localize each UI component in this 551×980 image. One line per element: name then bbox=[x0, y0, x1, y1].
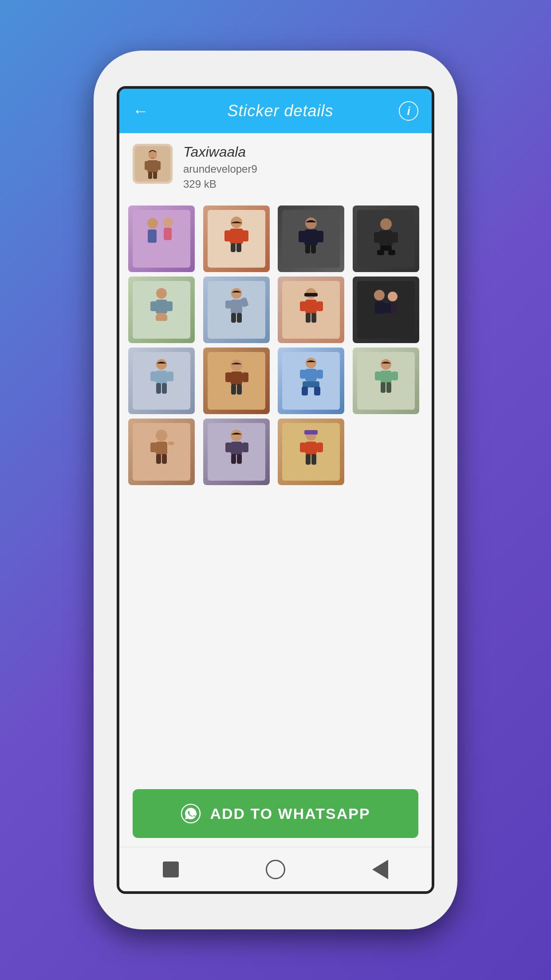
svg-point-58 bbox=[374, 290, 385, 300]
sticker-6 bbox=[203, 277, 270, 343]
svg-rect-3 bbox=[145, 161, 150, 170]
svg-rect-7 bbox=[133, 210, 190, 268]
svg-rect-87 bbox=[380, 371, 392, 383]
sticker-12 bbox=[353, 348, 419, 414]
svg-rect-67 bbox=[167, 371, 173, 381]
svg-rect-41 bbox=[163, 315, 167, 321]
sticker-5 bbox=[128, 277, 195, 343]
svg-rect-28 bbox=[379, 230, 393, 246]
back-button[interactable]: ← bbox=[133, 102, 149, 120]
add-to-whatsapp-button[interactable]: ADD TO WHATSAPP bbox=[133, 789, 418, 838]
svg-point-93 bbox=[156, 430, 167, 441]
bottom-area: ADD TO WHATSAPP bbox=[119, 780, 432, 847]
svg-rect-103 bbox=[242, 443, 248, 452]
svg-rect-40 bbox=[156, 315, 160, 321]
svg-rect-89 bbox=[392, 371, 398, 380]
svg-rect-37 bbox=[150, 301, 157, 311]
svg-rect-25 bbox=[311, 245, 316, 253]
phone-screen: ← Sticker details i bbox=[117, 86, 434, 894]
add-button-label: ADD TO WHATSAPP bbox=[210, 805, 370, 822]
svg-rect-98 bbox=[162, 454, 167, 464]
svg-rect-33 bbox=[388, 250, 395, 255]
svg-point-78 bbox=[306, 358, 316, 368]
svg-rect-32 bbox=[377, 250, 384, 255]
svg-rect-60 bbox=[375, 301, 385, 314]
sticker-header: Taxiwaala arundeveloper9 329 kB bbox=[119, 133, 432, 201]
svg-rect-110 bbox=[300, 443, 306, 452]
svg-rect-30 bbox=[392, 232, 398, 243]
svg-rect-17 bbox=[231, 243, 236, 252]
svg-rect-73 bbox=[225, 372, 232, 382]
svg-point-86 bbox=[381, 359, 391, 370]
svg-rect-47 bbox=[231, 313, 236, 323]
svg-rect-52 bbox=[305, 300, 317, 314]
svg-rect-9 bbox=[148, 229, 157, 243]
pack-author: arundeveloper9 bbox=[183, 163, 257, 175]
nav-square-button[interactable] bbox=[163, 861, 179, 877]
sticker-10 bbox=[203, 348, 270, 414]
svg-rect-14 bbox=[230, 229, 243, 244]
svg-rect-94 bbox=[156, 442, 167, 455]
svg-rect-109 bbox=[305, 442, 317, 455]
svg-rect-22 bbox=[299, 231, 305, 242]
svg-rect-4 bbox=[155, 161, 161, 170]
pack-thumbnail bbox=[133, 144, 173, 184]
sticker-11 bbox=[278, 348, 344, 414]
svg-rect-45 bbox=[225, 300, 232, 308]
svg-rect-84 bbox=[314, 387, 320, 395]
svg-rect-101 bbox=[231, 442, 242, 455]
svg-rect-72 bbox=[231, 371, 242, 385]
svg-rect-90 bbox=[381, 382, 386, 393]
svg-rect-36 bbox=[156, 300, 167, 314]
sticker-4 bbox=[353, 205, 419, 272]
svg-rect-83 bbox=[302, 387, 308, 395]
svg-rect-97 bbox=[156, 454, 161, 464]
svg-rect-105 bbox=[237, 454, 242, 464]
svg-rect-112 bbox=[306, 454, 311, 465]
sticker-15 bbox=[278, 419, 344, 485]
thumbnail-image bbox=[135, 146, 170, 182]
svg-rect-74 bbox=[242, 372, 248, 382]
svg-point-27 bbox=[380, 218, 392, 230]
nav-home-button[interactable] bbox=[266, 860, 285, 879]
svg-rect-48 bbox=[237, 313, 242, 323]
svg-point-35 bbox=[156, 288, 167, 299]
svg-rect-102 bbox=[225, 443, 232, 452]
svg-point-64 bbox=[156, 359, 167, 370]
nav-back-button[interactable] bbox=[372, 860, 388, 879]
svg-rect-29 bbox=[374, 232, 380, 243]
phone-frame: ← Sticker details i bbox=[94, 51, 457, 929]
svg-rect-44 bbox=[231, 300, 242, 314]
svg-rect-69 bbox=[162, 383, 167, 394]
navigation-bar bbox=[119, 847, 432, 891]
svg-rect-62 bbox=[384, 303, 391, 313]
svg-rect-113 bbox=[311, 454, 316, 465]
svg-rect-75 bbox=[231, 384, 236, 395]
svg-rect-68 bbox=[156, 383, 161, 394]
content-area: Taxiwaala arundeveloper9 329 kB bbox=[119, 133, 432, 891]
svg-rect-16 bbox=[242, 230, 248, 241]
svg-rect-24 bbox=[305, 245, 310, 253]
svg-rect-111 bbox=[317, 443, 323, 452]
svg-rect-5 bbox=[148, 172, 152, 179]
svg-rect-96 bbox=[168, 442, 174, 445]
svg-rect-66 bbox=[150, 371, 157, 381]
screen-title: Sticker details bbox=[162, 102, 399, 120]
svg-rect-82 bbox=[303, 381, 319, 387]
sticker-13 bbox=[128, 419, 195, 485]
svg-rect-53 bbox=[300, 301, 306, 311]
svg-rect-15 bbox=[224, 230, 231, 241]
svg-point-20 bbox=[305, 217, 317, 229]
pack-name: Taxiwaala bbox=[183, 144, 257, 160]
sticker-grid bbox=[119, 201, 432, 490]
svg-rect-6 bbox=[153, 172, 157, 179]
svg-rect-55 bbox=[306, 313, 311, 323]
svg-point-8 bbox=[147, 218, 158, 229]
svg-rect-21 bbox=[304, 229, 318, 245]
svg-rect-65 bbox=[156, 371, 167, 384]
info-button[interactable]: i bbox=[399, 101, 418, 121]
sticker-3 bbox=[278, 205, 344, 272]
svg-rect-38 bbox=[166, 301, 173, 311]
svg-rect-91 bbox=[386, 382, 391, 393]
svg-rect-81 bbox=[317, 370, 323, 379]
